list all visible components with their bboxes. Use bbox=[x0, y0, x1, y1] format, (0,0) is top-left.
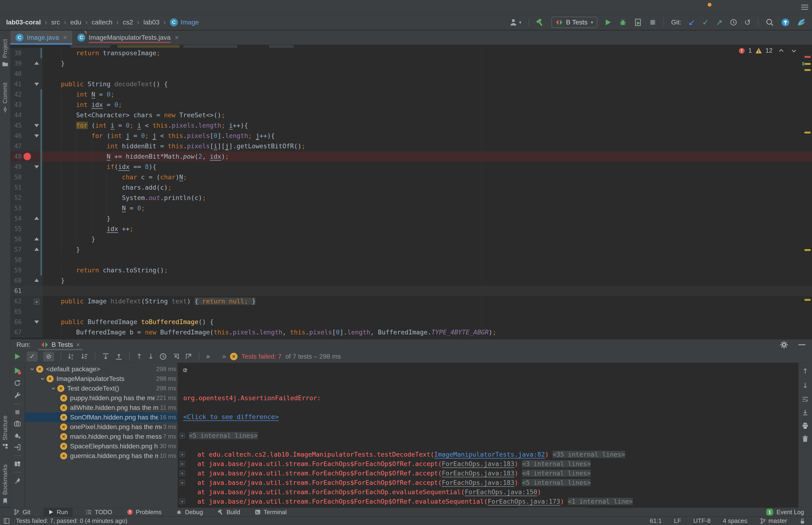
code-text[interactable] bbox=[42, 69, 812, 79]
sort-alphabetically-button[interactable]: az bbox=[68, 353, 75, 360]
stop-button[interactable] bbox=[649, 18, 657, 26]
code-line[interactable]: 49if(idx == 8){ bbox=[10, 162, 812, 172]
breadcrumb-item-cs2[interactable]: cs2 bbox=[123, 18, 133, 26]
stack-trace-line[interactable]: at java.base/java.util.stream.ForEachOps… bbox=[178, 487, 798, 497]
line-number[interactable]: 43 bbox=[10, 100, 21, 110]
line-number[interactable]: 61 bbox=[10, 286, 21, 296]
code-text[interactable]: } bbox=[42, 275, 812, 286]
line-number[interactable]: 42 bbox=[10, 89, 21, 100]
code-editor[interactable]: 38return transposeImage;39}4041public St… bbox=[10, 45, 812, 339]
code-line[interactable]: 57} bbox=[10, 244, 812, 255]
code-line[interactable]: 59return chars.toString(); bbox=[10, 265, 812, 275]
code-text[interactable]: N = 0; bbox=[42, 203, 812, 213]
code-text[interactable] bbox=[42, 255, 812, 265]
stack-trace-link[interactable]: ForEachOps.java:183 bbox=[442, 479, 514, 486]
code-line[interactable]: 53N = 0; bbox=[10, 203, 812, 213]
editor-gutter[interactable]: 58 bbox=[10, 255, 42, 265]
close-icon[interactable]: × bbox=[76, 341, 80, 348]
close-icon[interactable]: × bbox=[175, 34, 179, 41]
breadcrumb-item-caltech[interactable]: caltech bbox=[92, 18, 112, 26]
chevron-down-icon[interactable] bbox=[49, 386, 57, 391]
code-text[interactable]: } bbox=[42, 58, 812, 69]
fold-marker-icon[interactable] bbox=[34, 238, 39, 240]
stack-trace-line[interactable]: +at java.base/java.util.stream.ForEachOp… bbox=[178, 459, 798, 469]
run-with-coverage-button[interactable] bbox=[634, 18, 642, 26]
breakpoint-icon[interactable] bbox=[24, 153, 31, 160]
editor-gutter[interactable]: 59 bbox=[10, 265, 42, 275]
code-line[interactable]: 38return transposeImage; bbox=[10, 48, 812, 58]
error-stripe-mark[interactable] bbox=[805, 299, 811, 301]
breadcrumb-item-lab03[interactable]: lab03 bbox=[143, 18, 159, 26]
fold-marker-icon[interactable] bbox=[34, 279, 39, 282]
line-number[interactable]: 39 bbox=[10, 58, 21, 69]
code-text[interactable]: public BufferedImage toBufferedImage() { bbox=[42, 317, 812, 327]
test-tree-row[interactable]: ×Test decodeText()298 ms bbox=[25, 384, 178, 393]
code-text[interactable]: } bbox=[42, 234, 812, 244]
test-history-button[interactable] bbox=[159, 353, 167, 360]
code-text[interactable]: Set<Character> chars = new TreeSet<>(); bbox=[42, 110, 812, 120]
fold-marker-icon[interactable] bbox=[34, 165, 39, 168]
export-button[interactable] bbox=[14, 444, 21, 451]
editor-gutter[interactable]: 43 bbox=[10, 100, 42, 110]
rerun-tests-button[interactable] bbox=[14, 353, 21, 360]
lock-icon[interactable] bbox=[799, 518, 806, 524]
error-stripe-mark[interactable] bbox=[805, 63, 811, 65]
print-console-button[interactable] bbox=[802, 422, 809, 429]
line-number[interactable]: 47 bbox=[10, 141, 21, 151]
code-line[interactable]: 56} bbox=[10, 234, 812, 244]
chevron-down-icon[interactable] bbox=[28, 366, 36, 372]
pin-tab-button[interactable] bbox=[14, 477, 21, 484]
run-button[interactable] bbox=[604, 18, 612, 26]
user-menu[interactable]: ▾ bbox=[509, 18, 521, 27]
scroll-up-button[interactable]: ↑ bbox=[802, 367, 808, 375]
fold-marker-icon[interactable] bbox=[34, 83, 39, 86]
test-results-tree[interactable]: ×<default package>298 ms×ImageManipulato… bbox=[25, 363, 178, 508]
breadcrumb-item-src[interactable]: src bbox=[51, 18, 60, 26]
gear-icon[interactable] bbox=[780, 341, 788, 349]
stack-trace-line[interactable]: +at edu.caltech.cs2.lab10.ImageManipulat… bbox=[178, 450, 798, 459]
code-text[interactable]: return transposeImage; bbox=[42, 48, 812, 58]
editor-gutter[interactable]: 42 bbox=[10, 89, 42, 100]
see-difference-link[interactable]: <Click to see difference> bbox=[178, 412, 798, 422]
show-passed-toggle[interactable]: ✓ bbox=[27, 351, 37, 361]
code-text[interactable]: int hiddenBit = this.pixels[i][j].getLow… bbox=[42, 141, 812, 151]
expand-all-button[interactable] bbox=[102, 353, 109, 360]
caret-position[interactable]: 61:1 bbox=[650, 517, 662, 525]
code-text[interactable]: chars.add(c); bbox=[42, 182, 812, 193]
code-text[interactable]: } bbox=[42, 213, 812, 224]
test-tree-row[interactable]: ×allWhite.hidden.png has the mes11 ms bbox=[25, 403, 178, 412]
line-number[interactable]: 41 bbox=[10, 79, 21, 89]
error-stripe-mark[interactable] bbox=[802, 62, 804, 65]
expand-fold-icon[interactable]: + bbox=[180, 433, 185, 438]
toolwindow-button-debug[interactable]: Debug bbox=[174, 508, 204, 516]
rollback-button[interactable]: ↺ bbox=[744, 18, 751, 27]
code-line[interactable]: 54} bbox=[10, 213, 812, 224]
toolwindow-button-problems[interactable]: Problems bbox=[125, 508, 163, 516]
line-number[interactable]: 55 bbox=[10, 224, 21, 234]
soft-wrap-button[interactable] bbox=[802, 396, 809, 403]
editor-gutter[interactable]: 41 bbox=[10, 79, 42, 89]
rerun-failed-tests-button[interactable] bbox=[13, 366, 21, 375]
code-text[interactable]: int idx = 0; bbox=[42, 100, 812, 110]
code-text[interactable]: char c = (char)N; bbox=[42, 172, 812, 182]
editor-gutter[interactable]: 52 bbox=[10, 193, 42, 203]
editor-gutter[interactable]: 62+ bbox=[10, 296, 42, 306]
test-tree-row[interactable]: ×mario.hidden.png has the messag7 ms bbox=[25, 432, 178, 441]
previous-failed-test-button[interactable]: ↑ bbox=[136, 352, 142, 360]
update-available-button[interactable] bbox=[781, 18, 790, 27]
code-line[interactable]: 45for (int i = 0; i < this.pixels.length… bbox=[10, 120, 812, 131]
line-number[interactable]: 67 bbox=[10, 327, 21, 338]
test-tree-row[interactable]: ×ImageManipulatorTests298 ms bbox=[25, 374, 178, 384]
expand-fold-icon[interactable]: + bbox=[180, 470, 185, 476]
code-line[interactable]: 65 bbox=[10, 306, 812, 317]
more-toolbar-chevron[interactable]: » bbox=[206, 352, 210, 360]
close-icon[interactable]: × bbox=[63, 34, 67, 41]
stack-trace-link[interactable]: ForEachOps.java:183 bbox=[442, 469, 514, 477]
code-line[interactable]: 51chars.add(c); bbox=[10, 182, 812, 193]
stripe-button-structure[interactable]: Structure bbox=[1, 416, 9, 449]
code-line[interactable]: 50char c = (char)N; bbox=[10, 172, 812, 182]
code-line[interactable]: 58 bbox=[10, 255, 812, 265]
tab-image-java[interactable]: CImage.java× bbox=[10, 31, 72, 45]
code-line[interactable]: 39} bbox=[10, 58, 812, 69]
toolwindow-button-build[interactable]: Build bbox=[216, 508, 242, 516]
